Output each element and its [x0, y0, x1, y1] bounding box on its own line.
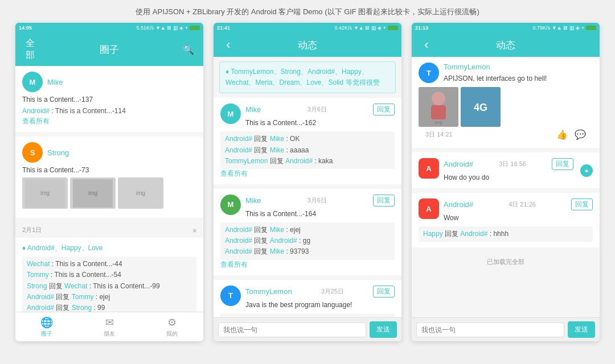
phone3-android2-reply[interactable]: 回复: [571, 198, 593, 210]
phone2-tommy-comments: Android# 回复 TommyLemon : Yeah! I think s…: [220, 313, 395, 318]
phone3-loaded-all: 已加载完全部: [412, 252, 600, 272]
mike-username: Mike: [47, 78, 63, 86]
phone3-comment-icon[interactable]: 💬: [575, 129, 586, 140]
phone3-android2-avatar: A: [419, 198, 439, 219]
phone2-mike2-comments: Android# 回复 Mike : ejej Android# 回复 Andr…: [220, 222, 395, 260]
phone2: 21:41 0.42K/s ▼▲ ⊠ ▥ ◈ + ‹ 动态 ♦ TommyLem…: [214, 23, 401, 341]
phone2-item-1: M Mike 3月6日 回复 This is a Content...-162 …: [214, 98, 401, 184]
phone3: 21:13 0.79K/s ▼▲ ⊠ ▥ ◈ + ‹ 动态 T TommyLem…: [412, 23, 600, 341]
phone2-mike2-name: Mike: [245, 196, 261, 205]
phone2-highlight: ♦ TommyLemon、Strong、Android#、Happy、Wecha…: [219, 61, 396, 93]
phone3-action-icons: 👍 💬: [556, 129, 586, 140]
phone1-tab-all[interactable]: 全部: [22, 38, 38, 61]
phone3-item-2: A Android# 4日 21:26 回复 Wow Happy 回复 Andr…: [412, 193, 600, 247]
phone1: 14:05 5.51K/s ▼▲ ⊠ ▥ ◈ + 全部 圈子 🔍 M Mike …: [15, 23, 203, 341]
phone3-img-row: img 4G: [419, 87, 593, 127]
phone2-input[interactable]: [218, 322, 366, 337]
phone3-meta-row: 3日 14:21 👍 💬: [419, 127, 593, 142]
nav-pengyou-label: 朋友: [104, 330, 115, 338]
phone3-item-1: A Android# 3日 16:56 回复 How do you do ●: [412, 152, 600, 188]
phone3-date-meta: 3日 14:21: [425, 130, 453, 139]
phone2-mike1-date: 3月6日: [308, 105, 327, 114]
mike-extra: Android# : This is a Content...-114: [22, 106, 196, 117]
nav-quanzi-label: 圈子: [41, 330, 52, 338]
svg-text:img: img: [435, 120, 442, 125]
phone2-item-2: M Mike 3月6日 回复 This is a Content...-164 …: [214, 189, 401, 275]
strong-content: This is a Content...-73: [22, 166, 196, 174]
phone2-mike1-avatar: M: [220, 104, 241, 124]
phone3-img1: img: [419, 87, 458, 127]
phone3-time: 21:13: [415, 25, 428, 31]
page-title: 使用 APIJSON + ZBLibrary 开发的 Android 客户端 D…: [136, 0, 479, 23]
post-img-1: img: [22, 177, 68, 209]
phone3-app-bar: ‹ 动态: [412, 33, 600, 57]
phone2-mike1-reply[interactable]: 回复: [373, 104, 395, 115]
post-header: M Mike: [22, 72, 196, 92]
phone3-signal: 0.79K/s ▼▲ ⊠ ▥ ◈ +: [532, 25, 596, 31]
phone2-signal: 0.42K/s ▼▲ ⊠ ▥ ◈ +: [334, 25, 398, 31]
phone2-app-bar: ‹ 动态: [214, 33, 401, 57]
phone3-android2-name: Android#: [444, 200, 473, 209]
phone2-content: ♦ TommyLemon、Strong、Android#、Happy、Wecha…: [214, 57, 401, 317]
phone2-time: 21:41: [217, 25, 230, 31]
phone1-time: 14:05: [19, 25, 32, 31]
phone3-tommy-name: TommyLemon: [444, 63, 490, 71]
phone2-status-bar: 21:41 0.42K/s ▼▲ ⊠ ▥ ◈ +: [214, 23, 401, 33]
phone3-android1-date: 3日 16:56: [499, 160, 526, 168]
phone2-mike2-date: 3月6日: [308, 196, 327, 205]
nav-pengyou[interactable]: ✉ 朋友: [78, 312, 141, 341]
phone2-mike2-viewall[interactable]: 查看所有: [220, 260, 395, 270]
mike-avatar: M: [22, 72, 43, 92]
phone3-send-btn[interactable]: 发送: [568, 321, 595, 338]
phone2-tommy-text: Java is the best program language!: [245, 300, 395, 310]
phone2-input-bar: 发送: [214, 317, 401, 341]
post-tagged: ♦ Android#、Happy、Love Wechat : This is a…: [15, 238, 203, 312]
phone3-status-bar: 21:13 0.79K/s ▼▲ ⊠ ▥ ◈ +: [412, 23, 600, 33]
phone1-app-bar: 全部 圈子 🔍: [15, 33, 203, 66]
nav-mine-icon: ⚙: [167, 316, 177, 329]
svg-rect-8: [431, 105, 446, 119]
mike-content: This is a Content...-137: [22, 96, 196, 104]
phone2-mike1-viewall[interactable]: 查看所有: [220, 169, 395, 179]
nav-quanzi-icon: 🌐: [40, 316, 53, 329]
post-img-2: img: [70, 177, 116, 209]
phone1-search-icon[interactable]: 🔍: [181, 44, 196, 55]
phone3-input[interactable]: [416, 322, 564, 337]
phone2-tommy-date: 3月25日: [321, 287, 344, 296]
post-item-strong: S Strong This is a Content...-73 img img…: [15, 136, 203, 218]
phone1-signal: 5.51K/s ▼▲ ⊠ ▥ ◈ +: [136, 25, 200, 31]
post-tags: ♦ Android#、Happy、Love: [22, 243, 196, 253]
phone3-android1-avatar: A: [419, 158, 439, 179]
nav-quanzi[interactable]: 🌐 圈子: [15, 312, 78, 341]
phone3-back-icon[interactable]: ‹: [419, 38, 434, 52]
phone2-mike2-reply[interactable]: 回复: [373, 195, 395, 206]
phone3-content: T TommyLemon APIJSON, let interfaces go …: [412, 57, 600, 317]
svg-text:img: img: [88, 190, 97, 196]
phone3-like-icon[interactable]: 👍: [556, 129, 568, 140]
phone3-android1-text: How do you do: [444, 172, 573, 183]
date-divider: 2月1日 ≡: [15, 222, 203, 238]
phone3-android2-text: Wow: [444, 213, 593, 223]
phone3-top-post: T TommyLemon APIJSON, let interfaces go …: [412, 57, 600, 148]
phone2-back-icon[interactable]: ‹: [220, 38, 236, 52]
mike-view-all[interactable]: 查看所有: [22, 117, 196, 126]
phone3-teal-badge: ●: [580, 164, 593, 177]
post-item-mike: M Mike This is a Content...-137 Android#…: [15, 66, 203, 132]
post-comments: Wechat : This is a Content...-44 Tommy :…: [22, 257, 196, 312]
phone2-tommy-name: TommyLemon: [245, 287, 292, 296]
phone2-mike1-comments: Android# 回复 Mike : OK Android# 回复 Mike :…: [220, 131, 395, 169]
phone3-input-bar: 发送: [412, 317, 600, 341]
phone2-tommy-reply[interactable]: 回复: [373, 286, 395, 297]
strong-images: img img img: [22, 177, 196, 209]
nav-mine[interactable]: ⚙ 我的: [141, 312, 203, 341]
phone3-android1-reply[interactable]: 回复: [552, 158, 573, 170]
phone2-mike2-text: This is a Content...-164: [245, 209, 395, 219]
nav-mine-label: 我的: [166, 330, 178, 338]
phone3-item2-comments: Happy 回复 Android# : hhhh: [419, 226, 593, 242]
phone1-status-bar: 14:05 5.51K/s ▼▲ ⊠ ▥ ◈ +: [15, 23, 203, 33]
phone2-send-btn[interactable]: 发送: [370, 321, 397, 338]
phones-container: 14:05 5.51K/s ▼▲ ⊠ ▥ ◈ + 全部 圈子 🔍 M Mike …: [15, 23, 600, 341]
phone2-mike1-name: Mike: [245, 105, 261, 114]
strong-avatar: S: [22, 142, 43, 163]
phone3-img2: 4G: [461, 87, 501, 127]
